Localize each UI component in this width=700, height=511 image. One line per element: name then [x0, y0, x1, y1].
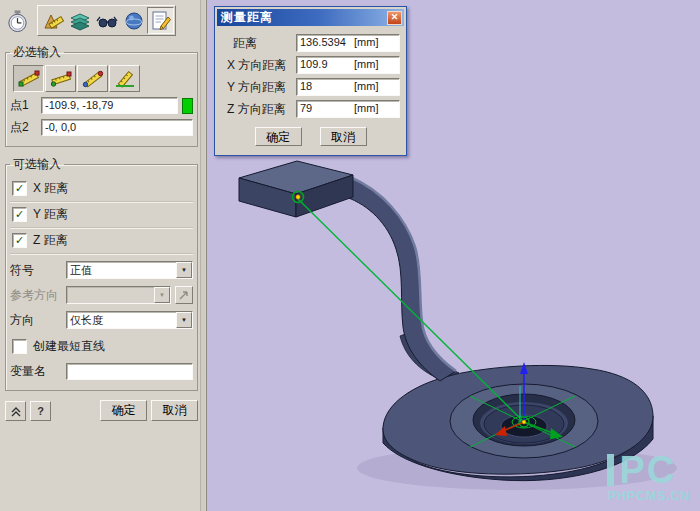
measure-distance-panel: 必选输入 — [0, 0, 207, 511]
variable-name-input[interactable] — [66, 363, 193, 380]
reference-direction-row: 参考方向 ▼ — [10, 286, 193, 304]
checkbox-z-label: Z 距离 — [33, 232, 68, 249]
distance-field[interactable]: 136.5394 [mm] — [296, 34, 400, 52]
direction-value: 仅长度 — [67, 312, 176, 328]
edit-note-icon[interactable] — [147, 7, 174, 34]
toolbar-group — [37, 5, 176, 36]
sign-label: 符号 — [10, 262, 62, 279]
dialog-titlebar[interactable]: 测量距离 ✕ — [217, 9, 404, 26]
dialog-body: 距离 136.5394 [mm] X 方向距离 109.9 [mm] Y 方向距… — [217, 26, 404, 153]
dialog-title: 测量距离 — [221, 9, 387, 26]
sign-dropdown[interactable]: 正值 ▼ — [66, 261, 193, 279]
y-distance-row: Y 方向距离 18 [mm] — [221, 78, 400, 96]
x-distance-field[interactable]: 109.9 [mm] — [296, 56, 400, 74]
optional-input-group: 可选输入 ✓ X 距离 ✓ Y 距离 ✓ Z 距离 符号 正值 ▼ — [5, 156, 198, 391]
reference-direction-dropdown: ▼ — [66, 286, 171, 304]
vector-dialog-button — [175, 286, 193, 304]
measure-point-to-object-button[interactable] — [45, 65, 76, 92]
glasses-icon[interactable] — [93, 7, 120, 34]
direction-label: 方向 — [10, 312, 62, 329]
checkbox-y-label: Y 距离 — [33, 206, 68, 223]
reference-direction-value — [67, 287, 154, 303]
point2-input[interactable]: -0, 0,0 — [41, 119, 193, 136]
chevron-down-icon[interactable]: ▼ — [176, 312, 192, 328]
watermark: PC PHPCMS.CN — [607, 452, 690, 503]
distance-row: 距离 136.5394 [mm] — [221, 34, 400, 52]
y-distance-label: Y 方向距离 — [221, 79, 291, 96]
watermark-bar — [607, 454, 614, 486]
checkbox-x-label: X 距离 — [33, 180, 68, 197]
distance-label: 距离 — [221, 35, 291, 52]
checkbox-create-shortest-line[interactable]: 创建最短直线 — [10, 335, 193, 358]
checkbox-icon[interactable]: ✓ — [12, 233, 27, 248]
point1-label: 点1 — [10, 97, 37, 114]
variable-name-row: 变量名 — [10, 363, 193, 380]
panel-ok-button[interactable]: 确定 — [100, 400, 147, 421]
sign-value: 正值 — [67, 262, 176, 278]
point2-row: 点2 -0, 0,0 — [10, 119, 193, 136]
y-distance-field[interactable]: 18 [mm] — [296, 78, 400, 96]
measure-point-to-point-button[interactable] — [13, 65, 44, 92]
watermark-logo: PC — [619, 452, 676, 488]
direction-row: 方向 仅长度 ▼ — [10, 311, 193, 329]
dialog-buttons: 确定 取消 — [221, 127, 400, 146]
checkbox-y-distance[interactable]: ✓ Y 距离 — [10, 202, 193, 228]
measure-projected-button[interactable] — [109, 65, 140, 92]
sign-row: 符号 正值 ▼ — [10, 261, 193, 279]
checkbox-z-distance[interactable]: ✓ Z 距离 — [10, 228, 193, 254]
chevron-down-icon: ▼ — [154, 287, 170, 303]
checkbox-icon[interactable]: ✓ — [12, 207, 27, 222]
z-distance-row: Z 方向距离 79 [mm] — [221, 100, 400, 118]
watermark-text: PHPCMS.CN — [607, 488, 690, 503]
panel-scroll-groove[interactable] — [200, 0, 205, 511]
checkbox-icon[interactable] — [12, 339, 27, 354]
checkbox-icon[interactable]: ✓ — [12, 181, 27, 196]
panel-toolbar — [4, 5, 199, 36]
chevron-down-icon[interactable]: ▼ — [176, 262, 192, 278]
reference-direction-label: 参考方向 — [10, 287, 62, 304]
stopwatch-icon[interactable] — [4, 7, 31, 34]
x-distance-row: X 方向距离 109.9 [mm] — [221, 56, 400, 74]
measure-line — [298, 199, 523, 421]
arm-face — [346, 177, 456, 381]
measure-cone-icon[interactable] — [39, 7, 66, 34]
z-distance-label: Z 方向距离 — [221, 101, 291, 118]
help-button[interactable]: ? — [30, 401, 51, 421]
point1-input[interactable]: -109.9, -18,79 — [41, 97, 178, 114]
sphere-icon[interactable] — [120, 7, 147, 34]
distance-type-toolbar — [13, 65, 193, 92]
dialog-cancel-button[interactable]: 取消 — [320, 127, 367, 146]
panel-footer: ? 确定 取消 — [5, 400, 198, 421]
layers-icon[interactable] — [66, 7, 93, 34]
optional-group-title: 可选输入 — [10, 156, 64, 173]
point1-row: 点1 -109.9, -18,79 — [10, 97, 193, 114]
checkbox-x-distance[interactable]: ✓ X 距离 — [10, 176, 193, 202]
panel-cancel-button[interactable]: 取消 — [151, 400, 198, 421]
measure-object-to-object-button[interactable] — [77, 65, 108, 92]
create-shortest-line-label: 创建最短直线 — [33, 338, 105, 355]
required-input-group: 必选输入 — [5, 44, 198, 147]
point1-status-indicator — [182, 98, 193, 114]
z-distance-field[interactable]: 79 [mm] — [296, 100, 400, 118]
collapse-button[interactable] — [5, 401, 26, 421]
dialog-ok-button[interactable]: 确定 — [255, 127, 302, 146]
direction-dropdown[interactable]: 仅长度 ▼ — [66, 311, 193, 329]
x-distance-label: X 方向距离 — [221, 57, 291, 74]
point2-label: 点2 — [10, 119, 37, 136]
required-group-title: 必选输入 — [10, 44, 64, 61]
measure-distance-dialog: 测量距离 ✕ 距离 136.5394 [mm] X 方向距离 109.9 [mm… — [214, 6, 407, 156]
close-icon[interactable]: ✕ — [387, 11, 402, 25]
model-bracket — [239, 161, 677, 490]
app-window: PC PHPCMS.CN — [0, 0, 700, 511]
variable-name-label: 变量名 — [10, 363, 62, 380]
